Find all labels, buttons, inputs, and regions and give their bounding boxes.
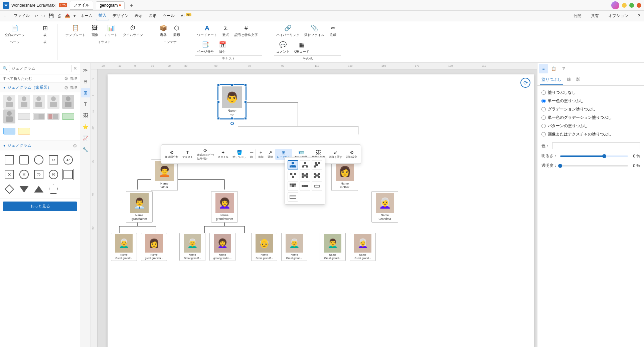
genogram-circle[interactable] (32, 153, 45, 166)
ribbon-formula[interactable]: Σ 数式 (220, 23, 232, 39)
menu-shape[interactable]: 図形 (146, 12, 159, 20)
panel-icon-2[interactable]: 📋 (549, 64, 558, 73)
shape-person-1[interactable] (3, 95, 16, 108)
toolbar-format-copy[interactable]: ⟳ 書式のコピー/貼り付け (195, 147, 215, 161)
menu-file[interactable]: ファイル (11, 12, 32, 20)
menu-insert[interactable]: 挿入 (96, 11, 109, 20)
toolbar-add[interactable]: + 追加 (257, 149, 265, 160)
shape-card-3[interactable] (47, 110, 60, 123)
menu-share[interactable]: 共有 (588, 12, 602, 20)
menu-design[interactable]: デザイン (110, 12, 131, 20)
ribbon-comment[interactable]: 💬 コメント (274, 39, 292, 55)
ribbon-wordart[interactable]: A ワードアート (195, 23, 219, 39)
genogram-circle-70[interactable]: 70 (47, 168, 60, 181)
person-grandmother[interactable]: 👩‍🦱 Namegrandmother (211, 191, 238, 223)
ribbon-table[interactable]: ⊞ 表 (39, 23, 51, 39)
shape-person-3[interactable] (32, 95, 45, 108)
layout-btn-3[interactable] (312, 160, 322, 169)
section-header-genogram[interactable]: ▼ ジェノグラム ⚙ (0, 141, 80, 150)
ribbon-timeline[interactable]: ⏱ タイムライン (121, 23, 145, 39)
shape-person-6[interactable] (3, 110, 16, 123)
genogram-diamond[interactable] (3, 183, 16, 196)
ribbon-date[interactable]: 📅 日付 (216, 39, 228, 55)
fill-option-pattern[interactable]: パターンの塗りつぶし (541, 123, 640, 129)
image-panel-icon[interactable]: 🖼 (81, 111, 90, 120)
toolbar-text[interactable]: T テキスト (181, 149, 195, 160)
genogram-double-rect[interactable] (61, 168, 75, 181)
genogram-num-70[interactable]: 70 (32, 168, 45, 181)
tab-shadow[interactable]: 影 (575, 75, 582, 85)
fill-radio-gradient[interactable] (541, 107, 546, 111)
person-great-grandma-1[interactable]: 👩 Namegreat grandm... (141, 233, 167, 261)
menu-view[interactable]: 表示 (132, 12, 145, 20)
fill-option-gradient[interactable]: グラデーション塗りつぶし (541, 106, 640, 112)
ribbon-shape[interactable]: ⬡ 図形 (171, 23, 183, 39)
toolbar-image-place[interactable]: ↙ 画像を置す (327, 149, 344, 160)
expand-icon[interactable]: ≫ (81, 65, 90, 75)
menu-ai[interactable]: AI hot (178, 12, 194, 20)
genogram-rect[interactable] (3, 153, 16, 166)
shape-card-1[interactable] (17, 110, 31, 123)
genogram-x-circle[interactable]: ✕ (17, 168, 31, 181)
template-panel-icon[interactable]: ⊟ (81, 77, 90, 86)
person-great-grandpa-4[interactable]: 👨‍🦳 NameGreat grand... (281, 233, 307, 261)
fill-option-single-gradient[interactable]: 単一色のグラデーション塗りつぶし (541, 115, 640, 120)
more-button[interactable]: ▾ (72, 13, 77, 19)
menu-home[interactable]: ホーム (78, 12, 95, 20)
genogram-rect-rounded[interactable] (17, 153, 31, 166)
user-avatar[interactable] (611, 1, 619, 9)
genogram-pentagon[interactable] (47, 183, 60, 196)
shapes-panel-icon[interactable]: ⊞ (81, 88, 90, 97)
toolbar-fill[interactable]: 🪣 塗りつぶし (231, 149, 248, 160)
ribbon-hyperlink[interactable]: 🔗 ハイパーリンク (274, 23, 302, 39)
layout-btn-4[interactable] (288, 171, 298, 180)
minimize-button[interactable] (622, 3, 627, 8)
fill-radio-image[interactable] (541, 132, 546, 136)
person-great-grandma-2[interactable]: 👩‍🦱 Namegreat grandm... (209, 233, 235, 261)
icon-panel-icon[interactable]: ⭐ (81, 122, 90, 131)
ribbon-blank-page[interactable]: 📄 空白のページ (3, 23, 27, 39)
widget-panel-icon[interactable]: 🔧 (81, 145, 90, 154)
person-great-grandpa-5[interactable]: 👨‍🦱 NameGreat grandf... (320, 233, 346, 261)
section-header-genogram-family[interactable]: ▼ ジェノグラム（家系図） ⚙ 管理 (0, 83, 80, 92)
person-great-grandpa-2[interactable]: 👨‍🦳 NameGreat grandf... (179, 233, 205, 261)
genogram-num-47[interactable]: 47 (47, 153, 60, 166)
toolbar-detail[interactable]: ⚙ 詳細設定 (345, 149, 359, 160)
layout-btn-8[interactable] (300, 182, 310, 191)
toolbar-line[interactable]: ─ 線 (248, 149, 255, 160)
layout-btn-1[interactable] (288, 160, 298, 169)
fill-option-solid[interactable]: 単一色の塗りつぶし (541, 98, 640, 104)
ribbon-image[interactable]: 🖼 画像 (89, 23, 101, 39)
search-clear-button[interactable]: ✕ (73, 66, 77, 71)
section-settings-icon-2[interactable]: ⚙ (73, 143, 77, 148)
menu-publish[interactable]: 公開 (571, 12, 584, 20)
genogram-triangle-down[interactable] (17, 183, 31, 196)
ribbon-attachment[interactable]: 📎 添付ファイル (302, 23, 326, 39)
brightness-thumb[interactable] (602, 154, 606, 158)
shape-card-4[interactable] (61, 110, 75, 123)
maximize-button[interactable] (629, 3, 634, 8)
layout-btn-9[interactable] (312, 182, 322, 191)
layout-btn-7[interactable] (288, 182, 298, 191)
transparency-thumb[interactable] (558, 164, 562, 168)
menu-options[interactable]: オプション (606, 12, 631, 20)
text-panel-icon[interactable]: T (81, 99, 90, 109)
chart-panel-icon[interactable]: 📈 (81, 133, 90, 143)
settings-icon[interactable]: ⚙ (64, 76, 68, 81)
fill-radio-none[interactable] (541, 90, 546, 95)
tab-stroke[interactable]: 線 (566, 75, 572, 85)
ribbon-symbols[interactable]: # 記号と特殊文字 (232, 23, 260, 39)
layout-btn-10[interactable] (288, 192, 298, 202)
layout-btn-5[interactable] (300, 171, 310, 180)
fill-radio-solid[interactable] (541, 99, 546, 103)
fill-radio-pattern[interactable] (541, 124, 546, 128)
person-great-grandpa-3[interactable]: 👴 NameGreat grandf... (251, 233, 277, 261)
shape-card-2[interactable] (32, 110, 45, 123)
tab-file[interactable]: ファイル (70, 1, 93, 10)
shape-person-2[interactable] (17, 95, 31, 108)
collapse-all-label[interactable]: すべて折りたたむ (3, 76, 64, 81)
more-shapes-button[interactable]: もっと見る (3, 202, 77, 211)
person-great-grandma-3[interactable]: 👩‍🦳 NameGreat grand... (350, 233, 376, 261)
export-button[interactable]: 📤 (63, 13, 71, 19)
toolbar-org-analysis[interactable]: ⚙ 組織図分析 (163, 149, 180, 160)
